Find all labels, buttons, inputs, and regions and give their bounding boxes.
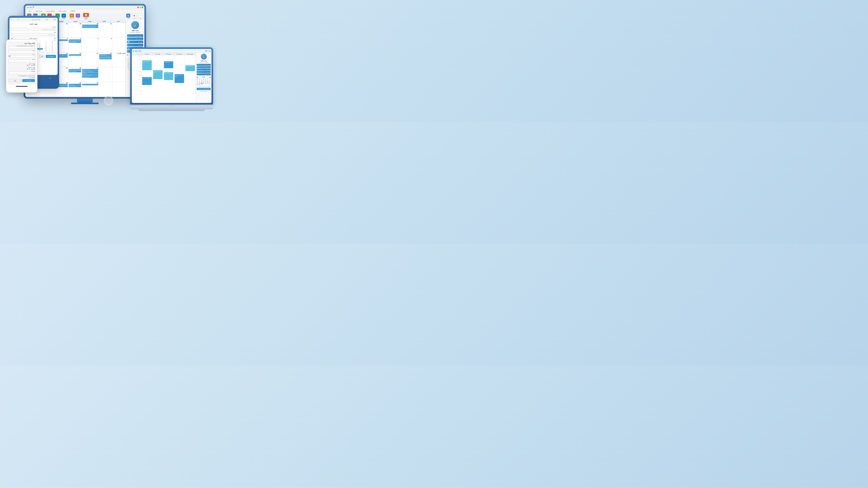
radio-no[interactable]: خیر (31, 64, 35, 66)
cal-cell-r5c5[interactable]: 24 08:30 ق‌ظ جلسه با شرکت بانک میره (82, 82, 99, 97)
cal-day[interactable]: 22 (127, 65, 129, 67)
lmc-d[interactable]: 17 (201, 82, 203, 83)
dp-cell[interactable]: 22 (49, 48, 55, 50)
cal-cell-r1c7[interactable] (112, 23, 126, 37)
ribbon-btn-topic[interactable]: ◉ یک موضوع (69, 13, 74, 19)
lmc-d[interactable]: 4 (203, 79, 205, 80)
dp-cell[interactable]: 29 (49, 50, 55, 52)
cal-cell-r4c6[interactable] (99, 67, 112, 82)
ribbon-btn-month[interactable]: ▦ ماه (131, 13, 137, 19)
ribbon-tab-manage[interactable]: مدیریت تماما (35, 10, 43, 12)
sidebar-btn-report[interactable]: گزش کار 📊 (127, 41, 143, 43)
radio-no-2[interactable]: خیر (31, 68, 35, 70)
lmc-d[interactable]: 2 (199, 79, 200, 80)
cal-day[interactable]: 15 (127, 63, 129, 65)
laptop-sidebar-btn-tasks[interactable]: تام‌های پاردره + (197, 64, 211, 66)
lmc-d[interactable]: 8 (197, 80, 198, 82)
power-icon[interactable] (103, 96, 114, 106)
dp-cell[interactable]: 17 (37, 46, 43, 48)
field-name-input[interactable] (8, 51, 35, 53)
day-col-1[interactable]: جلسه آموزشی بومی سازی جلسه بانک میره (142, 55, 153, 95)
cal-icon[interactable]: 📅 (8, 56, 10, 57)
dp-cell[interactable]: 2 (43, 43, 49, 44)
ribbon-btn-chart[interactable]: 📈 Business Chart (83, 13, 89, 20)
dp-cell[interactable]: 23 (43, 48, 49, 50)
lmc-d[interactable]: 23 (199, 83, 200, 84)
lmc-d[interactable]: 7 (209, 79, 211, 80)
toolbar-back[interactable]: ◀ (132, 50, 133, 52)
lmc-d[interactable]: 30 (199, 84, 200, 85)
lmc-d[interactable]: 25 (203, 83, 205, 84)
cal-cell-r3c6[interactable]: 10 12:00 ب‌ظ - 02:00 جلسه داخلی بومی ساز… (99, 52, 112, 67)
form-cancel-btn[interactable]: لغو (39, 55, 45, 58)
laptop-event[interactable]: جلسه آموزشی (164, 61, 174, 68)
laptop-event[interactable]: جلسه داخلی بومی سازی (175, 74, 184, 83)
ribbon-tab-settings[interactable]: تنظیمات (26, 10, 33, 12)
lmc-d[interactable]: 13 (207, 80, 209, 82)
lmc-prev[interactable]: ◀ (197, 76, 198, 78)
field-datetime-input[interactable] (8, 60, 35, 62)
lmc-d[interactable]: 15 (197, 82, 198, 83)
ribbon-btn-week[interactable]: ▦ هفته (125, 13, 131, 19)
undo-btn[interactable]: لغو (46, 19, 48, 20)
cal-cell-r2c4[interactable]: 5 08:15 ق‌ظ جلسه آموزشی 01:30 - 03:30 ب‌… (68, 37, 82, 52)
lmc-d[interactable]: 10 (201, 80, 203, 82)
dp-cell[interactable]: 9 (43, 44, 49, 46)
lmc-d[interactable]: 20 (207, 82, 209, 83)
save-btn[interactable]: حفظ (54, 19, 56, 20)
cal-cell-r4c4[interactable]: 18 08:15 ق‌ظ جلسه آموزشی 06:00 ب‌ظ آموزش (68, 67, 82, 82)
cal-cell-r4c5[interactable]: 17 شرکت دیز گلسل 10:00 ق‌ظ اصلاح فراینده… (82, 67, 99, 82)
lmc-d[interactable]: 19 (205, 82, 207, 83)
cal-cell-r1c5[interactable]: 28 08:15 ق‌ظ جلسه آموزشی بومی 12:00 ب‌ظ … (82, 23, 99, 37)
lmc-d-today[interactable]: 24 (201, 83, 203, 84)
field-desc-input[interactable] (8, 46, 35, 49)
day-col-3[interactable]: جلسه آموزشی جلسه بانک میره 2 (163, 55, 174, 95)
sidebar-btn-tasks[interactable]: تام‌های پاردره + (127, 34, 143, 37)
lmc-d[interactable]: 16 (199, 82, 200, 83)
ribbon-btn-outlook[interactable]: @ Outlook (61, 13, 66, 19)
prev-arrow[interactable]: ◀ (127, 54, 128, 56)
lmc-next[interactable]: ▶ (210, 76, 211, 78)
close-btn[interactable]: ✕ (11, 19, 12, 20)
nav-back-icon[interactable]: ◁ (49, 77, 51, 79)
laptop-event[interactable]: جلسه بانک میره (142, 77, 152, 85)
laptop-start-meeting-btn[interactable]: برای آغاز جلسات صمیمت (197, 88, 211, 90)
lmc-d[interactable]: 27 (207, 83, 209, 84)
dp-cell[interactable]: 16 (43, 46, 49, 48)
ribbon-tab-send[interactable]: ارسال و دریافت (57, 10, 68, 12)
lmc-d[interactable]: 28 (209, 83, 211, 84)
cal-cell-r5c7[interactable] (112, 82, 126, 97)
dp-cell[interactable]: 8 (49, 44, 55, 46)
cal-day[interactable]: 29 (127, 67, 129, 68)
phone-cancel-btn[interactable]: لغو (8, 79, 22, 82)
lmc-d[interactable]: 5 (205, 79, 207, 80)
lmc-d[interactable]: 26 (205, 83, 207, 84)
day-col-5[interactable]: جلسه بانک میره (185, 55, 196, 95)
dp-prev[interactable]: ◀ (54, 38, 55, 39)
cal-cell-r3c5[interactable]: 11 (82, 52, 99, 67)
dp-cell[interactable]: 15 (49, 46, 55, 48)
more-btn[interactable]: ⋮ (25, 19, 26, 20)
dp-cell[interactable]: 30 (43, 50, 49, 52)
cal-cell-r1c4[interactable]: 29 (68, 23, 82, 37)
lmc-d[interactable]: 3 (201, 79, 203, 80)
lmc-d[interactable]: 12 (205, 80, 207, 82)
laptop-sidebar-btn-secretary[interactable]: دبیرخانه (197, 71, 211, 73)
laptop-sidebar-btn-archive[interactable]: آرشیو نامه‌ها (197, 73, 211, 75)
day-col-4[interactable]: جلسه داخلی بومی سازی (174, 55, 185, 95)
lmc-d[interactable]: 21 (209, 82, 211, 83)
dp-next[interactable]: ▶ (12, 38, 13, 39)
laptop-event[interactable]: جلسه بانک میره 2 (164, 72, 174, 80)
field-input-date[interactable]: تاریخ وارد کنید (11, 33, 56, 36)
laptop-event[interactable]: جلسه آموزشی بومی سازی (142, 60, 152, 70)
day-col-2[interactable]: جلسه داخلی بومی سازی (153, 55, 163, 95)
lmc-d[interactable]: 18 (203, 82, 205, 83)
laptop-event[interactable]: جلسه بانک میره (185, 65, 195, 71)
radio-yes[interactable]: بله (27, 64, 30, 66)
dp-cell[interactable]: 3 (37, 43, 43, 44)
lmc-d[interactable]: 22 (197, 83, 198, 84)
cal-cell-r5c4[interactable]: 25 11:00 ب‌ظ 12:00 - 01:30 ب‌ظ (68, 82, 82, 97)
dp-cell[interactable]: 10 (37, 44, 43, 46)
cal-cell-r5c6[interactable] (99, 82, 112, 97)
phone-save-btn[interactable]: حفظ کردن (22, 79, 35, 82)
